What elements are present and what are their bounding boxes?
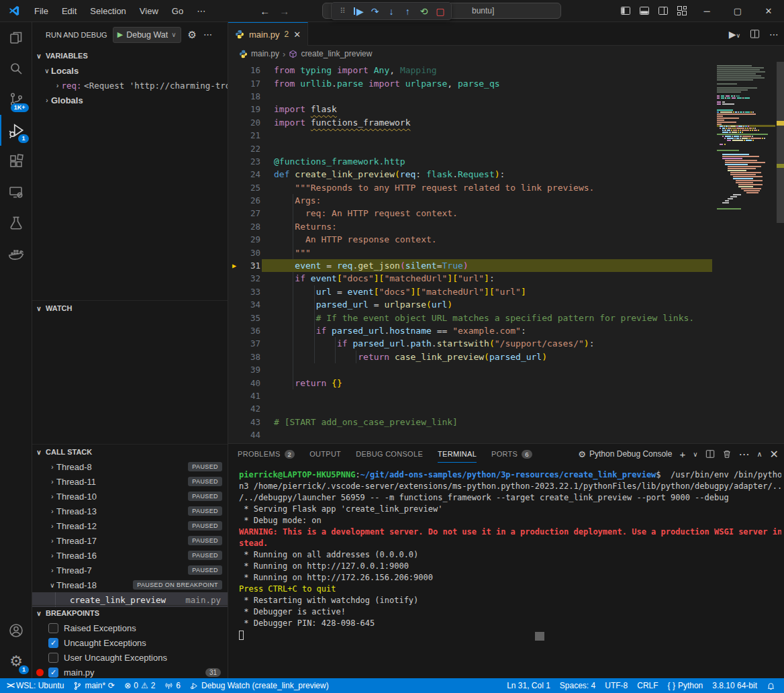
menu-file[interactable]: File xyxy=(28,3,54,19)
line-number[interactable]: 42 xyxy=(240,404,260,414)
code-line[interactable]: 18 xyxy=(228,90,784,103)
breakpoint-row[interactable]: ✓Uncaught Exceptions xyxy=(32,635,228,650)
menu-go[interactable]: Go xyxy=(166,3,189,19)
line-number[interactable]: 31 xyxy=(240,261,260,271)
editor-scrollbar[interactable] xyxy=(777,62,784,443)
breakpoint-checkbox[interactable]: ✓ xyxy=(48,638,58,648)
call-stack-thread[interactable]: ∨Thread-18PAUSED ON BREAKPOINT xyxy=(32,578,228,592)
code-line[interactable]: 23@functions_framework.http xyxy=(228,155,784,168)
maximize-button[interactable]: ▢ xyxy=(722,0,753,21)
line-number[interactable]: 41 xyxy=(240,391,260,401)
terminal-scroll-handle[interactable] xyxy=(535,632,544,641)
line-number[interactable]: 23 xyxy=(240,156,260,167)
code-line[interactable]: 34 parsed_url = urlparse(url) xyxy=(228,298,784,311)
remote-explorer-icon[interactable] xyxy=(0,177,32,207)
call-stack-header[interactable]: ∨CALL STACK xyxy=(32,445,228,459)
panel-more-icon[interactable]: ⋯ xyxy=(739,448,750,461)
debug-status-item[interactable]: Debug Watch (create_link_preview) xyxy=(185,678,334,693)
line-number[interactable]: 37 xyxy=(240,338,260,349)
call-stack-thread[interactable]: ›Thread-7PAUSED xyxy=(32,563,228,578)
code-line[interactable]: 17from urllib.parse import urlparse, par… xyxy=(228,77,784,89)
call-stack-thread[interactable]: ›Thread-12PAUSED xyxy=(32,518,228,533)
customize-layout-icon[interactable] xyxy=(673,2,691,19)
line-number[interactable]: 24 xyxy=(240,169,260,179)
code-line[interactable]: 40 return {} xyxy=(228,376,784,389)
line-number[interactable]: 18 xyxy=(240,91,260,101)
sidebar-more-icon[interactable]: ⋯ xyxy=(203,30,212,40)
line-number[interactable]: 39 xyxy=(240,365,260,375)
code-editor[interactable]: 16from typing import Any, Mapping17from … xyxy=(228,62,784,443)
line-number[interactable]: 32 xyxy=(240,273,260,283)
testing-icon[interactable] xyxy=(0,207,32,238)
editor-more-icon[interactable]: ⋯ xyxy=(769,29,779,40)
code-line[interactable]: 27 req: An HTTP request context. xyxy=(228,207,784,220)
breadcrumb[interactable]: main.py › create_link_preview xyxy=(228,46,784,62)
source-control-icon[interactable]: 1K+ xyxy=(0,84,32,115)
call-stack-thread[interactable]: ›Thread-11PAUSED xyxy=(32,474,228,489)
line-number[interactable]: 29 xyxy=(240,234,260,244)
code-line[interactable]: 21 xyxy=(228,129,784,142)
line-number[interactable]: 33 xyxy=(240,287,260,297)
line-number[interactable]: 22 xyxy=(240,144,260,154)
new-terminal-icon[interactable]: + xyxy=(679,449,685,460)
code-line[interactable]: 44 xyxy=(228,428,784,441)
run-python-file-button[interactable]: ▶∨ xyxy=(729,29,740,40)
cursor-position[interactable]: Ln 31, Col 1 xyxy=(502,678,555,693)
line-number[interactable]: 27 xyxy=(240,208,260,218)
git-branch-item[interactable]: main* ⟳ xyxy=(68,678,119,693)
locals-row[interactable]: ∨Locals xyxy=(32,63,228,78)
line-number[interactable]: 16 xyxy=(240,65,260,75)
code-line[interactable]: 30 """ xyxy=(228,246,784,259)
toggle-secondary-sidebar-icon[interactable] xyxy=(654,2,673,19)
breakpoint-row[interactable]: ✓main.py31 xyxy=(32,665,228,680)
account-icon[interactable] xyxy=(0,615,32,646)
language-mode[interactable]: { } Python xyxy=(663,678,708,693)
code-line[interactable]: 35 # If the event object URL matches a s… xyxy=(228,311,784,324)
line-number[interactable]: 26 xyxy=(240,195,260,205)
code-line[interactable]: 29 An HTTP response context. xyxy=(228,233,784,246)
line-number[interactable]: 40 xyxy=(240,378,260,388)
python-interpreter[interactable]: 3.8.10 64-bit xyxy=(707,678,762,693)
panel-tab-problems[interactable]: PROBLEMS2 xyxy=(238,444,295,464)
breakpoint-row[interactable]: User Uncaught Exceptions xyxy=(32,650,228,665)
line-number[interactable]: 44 xyxy=(240,430,260,440)
restart-button[interactable]: ⟲ xyxy=(417,4,430,18)
code-line[interactable]: 26 Args: xyxy=(228,194,784,207)
breakpoint-checkbox[interactable] xyxy=(48,653,58,663)
call-stack-thread[interactable]: ›Thread-16PAUSED xyxy=(32,548,228,563)
step-into-button[interactable]: ↓ xyxy=(385,4,398,18)
code-line[interactable]: 32 if event["docs"]["matchedUrl"]["url"]… xyxy=(228,272,784,285)
toggle-panel-icon[interactable] xyxy=(635,2,654,19)
code-line[interactable]: 41 xyxy=(228,389,784,402)
line-number[interactable]: 28 xyxy=(240,222,260,232)
code-line[interactable]: 25 """Responds to any HTTP request relat… xyxy=(228,181,784,194)
call-stack-thread[interactable]: ›Thread-10PAUSED xyxy=(32,489,228,504)
panel-tab-ports[interactable]: PORTS6 xyxy=(491,444,532,464)
kill-terminal-icon[interactable] xyxy=(722,449,732,459)
code-line[interactable]: 42 xyxy=(228,402,784,415)
remote-indicator[interactable]: >< WSL: Ubuntu xyxy=(0,678,68,693)
panel-tab-terminal[interactable]: TERMINAL xyxy=(438,444,477,464)
debug-settings-gear-icon[interactable]: ⚙ xyxy=(188,29,197,41)
breakpoint-checkbox[interactable]: ✓ xyxy=(48,667,58,678)
code-line[interactable]: 20import functions_framework xyxy=(228,116,784,129)
code-line[interactable]: 36 if parsed_url.hostname == "example.co… xyxy=(228,324,784,337)
minimize-button[interactable]: ─ xyxy=(691,0,722,21)
code-line[interactable]: 39 xyxy=(228,363,784,376)
code-line[interactable]: ▶31 event = req.get_json(silent=True) xyxy=(228,259,784,272)
code-line[interactable]: 37 if parsed_url.path.startswith("/suppo… xyxy=(228,337,784,350)
menu-edit[interactable]: Edit xyxy=(56,3,83,19)
problems-item[interactable]: ⊗ 0 ⚠ 2 xyxy=(119,678,160,693)
tab-main-py[interactable]: main.py 2 ✕ xyxy=(228,22,308,46)
indentation[interactable]: Spaces: 4 xyxy=(555,678,600,693)
minimap[interactable] xyxy=(713,62,777,443)
call-stack-thread[interactable]: ›Thread-13PAUSED xyxy=(32,504,228,518)
line-number[interactable]: 38 xyxy=(240,352,260,362)
line-number[interactable]: 43 xyxy=(240,417,260,427)
line-number[interactable]: 25 xyxy=(240,183,260,193)
menu-[interactable]: ⋯ xyxy=(191,3,211,19)
code-line[interactable]: 33 url = event["docs"]["matchedUrl"]["ur… xyxy=(228,285,784,298)
line-number[interactable]: 17 xyxy=(240,79,260,89)
explorer-icon[interactable] xyxy=(0,22,32,53)
maximize-panel-icon[interactable]: ∧ xyxy=(757,450,763,459)
